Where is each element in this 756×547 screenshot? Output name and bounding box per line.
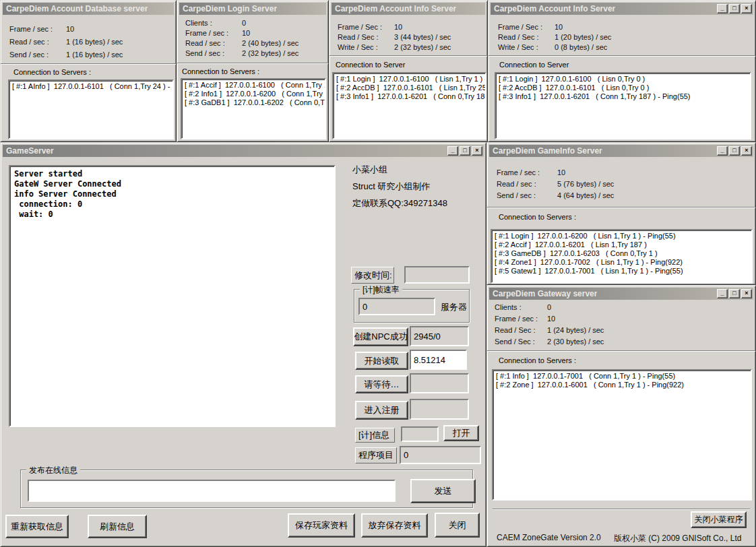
connections-listbox[interactable]: [ #:1 Login ] 127.0.0.1-6100 ( Lisn 0,Tr… [495,72,751,139]
titlebar[interactable]: CarpeDiem Gateway server _ □ × [489,288,753,300]
titlebar[interactable]: CarpeDiem Login Server [179,3,326,15]
stat-value: 10 [242,29,250,37]
window-title: CarpeDiem Account Info Server [335,4,456,13]
desktop: CarpeDiem Account Database server Frame … [0,0,756,547]
connection-item[interactable]: [ #:2 Info1 ] 127.0.0.1-6200 ( Conn 1,Tr… [185,90,323,98]
titlebar[interactable]: CarpeDiem Account Database server [3,3,174,15]
close-icon: × [742,5,751,12]
close-button[interactable]: × [472,146,482,156]
connections-listbox[interactable]: [ #:1 Login ] 127.0.0.1-6100 ( Lisn 1,Tr… [332,72,486,139]
maximize-button[interactable]: □ [729,4,740,13]
refetch-info-button[interactable]: 重新获取信息 [5,515,69,538]
close-icon: × [472,147,482,154]
stat-label: Send / Sec : [495,337,547,346]
stat-value: 1 (20 bytes) / sec [555,33,611,41]
window-title: CarpeDiem Gateway server [493,289,597,298]
close-app-button[interactable]: 关闭小菜程序 [691,511,747,528]
connection-item[interactable]: [ #:3 GameDB ] 127.0.0.1-6203 ( Conn 0,T… [495,249,750,258]
start-read-button[interactable]: 开始读取 [355,352,408,370]
server-log[interactable]: Server started GateW Server Connected in… [9,165,336,427]
modify-time-field[interactable] [404,266,470,284]
register-field[interactable] [410,399,469,420]
wait-field[interactable] [410,373,469,393]
please-wait-button[interactable]: 请等待… [355,375,408,393]
connection-item[interactable]: [ #:3 GaDB1 ] 127.0.0.1-6202 ( Conn 0,Tr… [185,98,323,107]
minimize-icon: _ [448,147,458,154]
connection-item[interactable]: [ #:1 Login ] 127.0.0.1-6100 ( Lisn 1,Tr… [336,75,484,84]
connection-item[interactable]: [ #:2 AccDB ] 127.0.0.1-6101 ( Lisn 0,Tr… [499,84,749,92]
connection-item[interactable]: [ #:1 AInfo ] 127.0.0.1-6101 ( Conn 1,Tr… [12,82,171,91]
stat-value: 2 (30 bytes) / sec [547,337,604,346]
close-button[interactable]: × [741,4,752,13]
window-account-database-server: CarpeDiem Account Database server Frame … [0,0,177,142]
enter-register-button[interactable]: 进入注册 [355,401,408,420]
close-window-button[interactable]: 关闭 [435,513,480,538]
maximize-button[interactable]: □ [460,146,470,156]
connection-item[interactable]: [ #:2 AccDB ] 127.0.0.1-6101 ( Lisn 1,Tr… [336,84,484,92]
divider [177,63,328,64]
connections-listbox[interactable]: [ #:1 AInfo ] 127.0.0.1-6101 ( Conn 1,Tr… [8,79,174,139]
maximize-icon: □ [460,147,470,154]
framerate-group-label: [计]帧速率 [360,284,402,296]
minimize-button[interactable]: _ [717,289,728,298]
connection-item[interactable]: [ #:1 Accif ] 127.0.0.1-6100 ( Conn 1,Tr… [185,81,323,90]
stat-label: Frame / Sec : [498,23,555,32]
connection-item[interactable]: [ #:3 Info1 ] 127.0.0.1-6201 ( Conn 1,Tr… [499,92,749,101]
minimize-button[interactable]: _ [717,4,728,13]
close-button[interactable]: × [741,146,752,156]
connection-item[interactable]: [ #:2 Accif ] 127.0.0.1-6201 ( Lisn 1,Tr… [495,240,750,249]
stat-label: Read / Sec : [495,326,547,335]
log-line: GateW Server Connected [14,179,330,189]
open-button[interactable]: 打开 [443,425,479,441]
connection-item[interactable]: [ #:1 Login ] 127.0.0.1-6100 ( Lisn 0,Tr… [499,75,749,84]
read-value-field[interactable] [410,350,467,370]
discard-save-button[interactable]: 放弃保存资料 [361,513,428,538]
log-line: connection: 0 [14,199,330,210]
framerate-input[interactable] [358,298,435,315]
log-line: wait: 0 [14,210,330,220]
team-name-text: 小菜小组 [352,164,387,176]
connection-item[interactable]: [ #:2 Zone ] 127.0.0.1-6001 ( Conn 1,Try… [496,381,749,389]
stat-value: 5 (76 bytes) / sec [557,180,614,188]
minimize-button[interactable]: _ [717,146,728,156]
titlebar[interactable]: CarpeDiem Account Info Server _ □ × [491,3,753,15]
maximize-button[interactable]: □ [729,146,740,156]
stat-label: Frame / sec : [497,168,557,177]
minimize-button[interactable]: _ [447,146,458,156]
close-button[interactable]: × [741,289,752,298]
titlebar[interactable]: GameServer _ □ × [3,145,484,157]
titlebar[interactable]: CarpeDiem GameInfo Server _ □ × [489,145,753,157]
connections-listbox[interactable]: [ #:1 Accif ] 127.0.0.1-6100 ( Conn 1,Tr… [181,78,326,139]
window-game-server: GameServer _ □ × Server started GateW Se… [0,142,486,547]
create-npc-button[interactable]: 创建NPC成功 [353,327,408,346]
npc-count-field[interactable] [410,326,469,346]
stats-panel: Frame / sec :10 Read / sec :1 (16 bytes)… [9,25,123,63]
broadcast-input[interactable] [28,480,396,502]
divider [1,63,176,65]
counter-info-field[interactable] [401,426,439,442]
connections-listbox[interactable]: [ #:1 Login ] 127.0.0.1-6200 ( Lisn 1,Tr… [491,229,753,284]
stat-label: Read / sec : [9,38,66,46]
send-button[interactable]: 发送 [410,479,476,503]
save-player-data-button[interactable]: 保存玩家资料 [288,513,355,538]
minimize-icon: _ [718,5,727,12]
connection-item[interactable]: [ #:5 Gatew1 ] 127.0.0.1-7001 ( Lisn 1,T… [495,267,750,276]
maximize-button[interactable]: □ [729,289,740,298]
connection-item[interactable]: [ #:1 Info ] 127.0.0.1-7001 ( Conn 1,Try… [496,372,749,381]
program-item-field[interactable] [400,446,481,464]
connections-label: Connection to Servers : [13,68,91,76]
titlebar[interactable]: CarpeDiem Account Info Server [332,3,485,15]
connections-label: Connection to Server [336,61,405,69]
connection-item[interactable]: [ #:3 Info1 ] 127.0.0.1-6201 ( Conn 0,Tr… [336,92,484,101]
connection-item[interactable]: [ #:4 Zone1 ] 127.0.0.1-7002 ( Lisn 1,Tr… [495,258,750,267]
refresh-info-button[interactable]: 刷新信息 [88,515,147,538]
modify-time-label: 修改时间: [351,267,394,284]
contact-qq-text: 定做联系QQ:349271348 [352,197,447,210]
stat-label: Frame / sec : [495,315,547,323]
stat-value: 10 [557,168,565,176]
stat-label: Clients : [495,303,547,312]
connection-item[interactable]: [ #:1 Login ] 127.0.0.1-6200 ( Lisn 1,Tr… [495,232,750,240]
stat-value: 1 (24 bytes) / sec [547,326,604,334]
connections-label: Connection to Servers : [499,213,576,221]
connections-listbox[interactable]: [ #:1 Info ] 127.0.0.1-7001 ( Conn 1,Try… [492,369,752,501]
